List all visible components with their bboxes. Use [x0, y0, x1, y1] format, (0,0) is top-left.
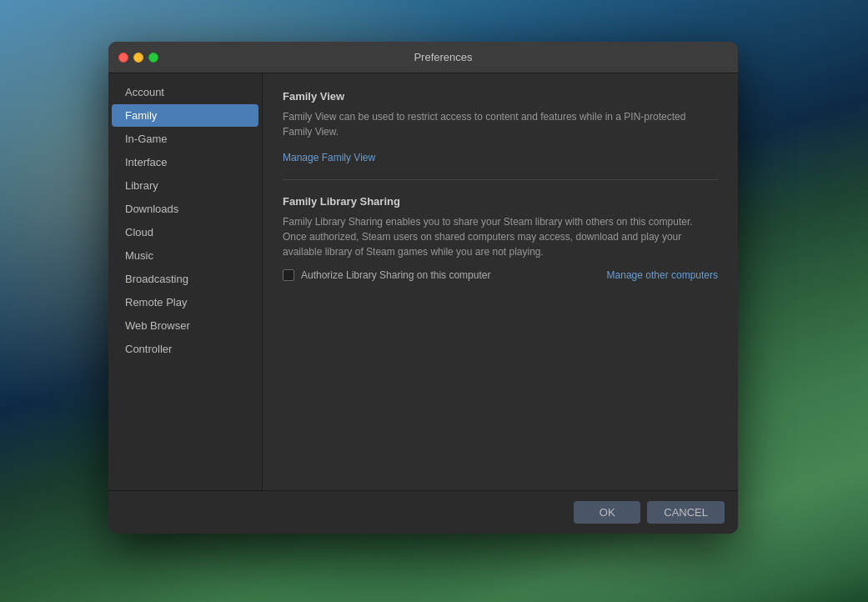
family-view-title: Family View — [283, 90, 718, 103]
sidebar-item-cloud[interactable]: Cloud — [112, 221, 258, 243]
family-view-description: Family View can be used to restrict acce… — [283, 109, 718, 139]
minimize-button[interactable] — [133, 53, 143, 63]
sidebar-item-library[interactable]: Library — [112, 174, 258, 197]
maximize-button[interactable] — [148, 53, 158, 63]
sidebar-item-in-game[interactable]: In-Game — [112, 128, 258, 150]
close-button[interactable] — [118, 53, 128, 63]
authorize-sharing-checkbox[interactable] — [283, 269, 294, 281]
sidebar-item-broadcasting[interactable]: Broadcasting — [112, 268, 258, 290]
sidebar: Account Family In-Game Interface Library… — [108, 73, 263, 490]
footer: OK CANCEL — [108, 490, 738, 534]
traffic-lights — [118, 53, 158, 63]
sidebar-item-web-browser[interactable]: Web Browser — [112, 314, 258, 337]
preferences-window: Preferences Account Family In-Game Inter… — [108, 42, 738, 534]
authorize-sharing-row: Authorize Library Sharing on this comput… — [283, 269, 718, 281]
family-library-sharing-section: Family Library Sharing Family Library Sh… — [283, 195, 718, 281]
main-panel: Family View Family View can be used to r… — [263, 73, 738, 490]
family-library-sharing-description: Family Library Sharing enables you to sh… — [283, 214, 718, 259]
authorize-sharing-label: Authorize Library Sharing on this comput… — [301, 269, 490, 281]
titlebar: Preferences — [108, 42, 738, 73]
sidebar-item-interface[interactable]: Interface — [112, 151, 258, 173]
manage-family-view-link[interactable]: Manage Family View — [283, 152, 375, 163]
sidebar-item-family[interactable]: Family — [112, 104, 258, 127]
family-library-sharing-title: Family Library Sharing — [283, 195, 718, 208]
cancel-button[interactable]: CANCEL — [647, 501, 725, 524]
sidebar-item-downloads[interactable]: Downloads — [112, 198, 258, 220]
ok-button[interactable]: OK — [574, 501, 640, 524]
section-divider — [283, 179, 718, 180]
sidebar-item-music[interactable]: Music — [112, 244, 258, 267]
family-view-section: Family View Family View can be used to r… — [283, 90, 718, 164]
content-area: Account Family In-Game Interface Library… — [108, 73, 738, 490]
window-title: Preferences — [158, 51, 728, 63]
sidebar-item-remote-play[interactable]: Remote Play — [112, 291, 258, 314]
sidebar-item-account[interactable]: Account — [112, 81, 258, 103]
manage-other-computers-link[interactable]: Manage other computers — [607, 269, 718, 281]
sidebar-item-controller[interactable]: Controller — [112, 338, 258, 360]
